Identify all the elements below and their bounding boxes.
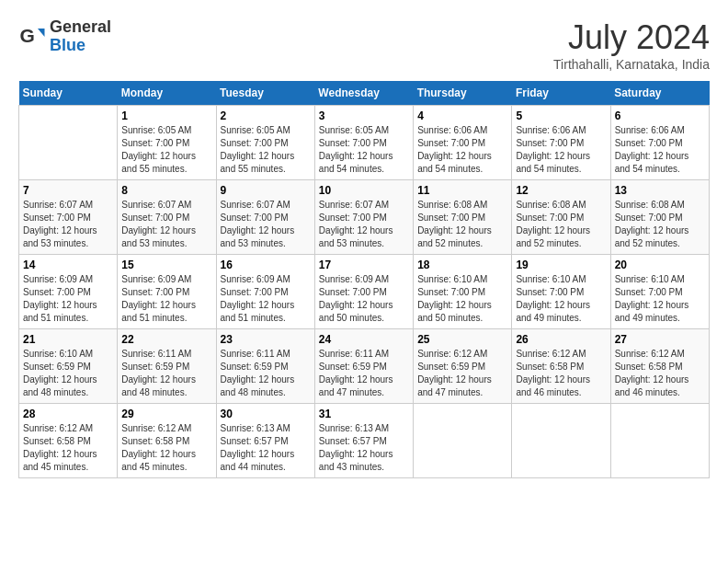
day-number: 21 xyxy=(23,333,113,346)
calendar-cell: 9Sunrise: 6:07 AM Sunset: 7:00 PM Daylig… xyxy=(216,180,314,255)
day-info: Sunrise: 6:11 AM Sunset: 6:59 PM Dayligh… xyxy=(121,348,211,399)
logo: G General Blue xyxy=(18,18,111,55)
calendar-cell xyxy=(610,404,709,478)
day-number: 15 xyxy=(121,259,211,271)
days-of-week-row: SundayMondayTuesdayWednesdayThursdayFrid… xyxy=(19,81,710,106)
calendar-cell: 11Sunrise: 6:08 AM Sunset: 7:00 PM Dayli… xyxy=(414,180,512,255)
day-number: 3 xyxy=(319,109,409,122)
day-number: 12 xyxy=(516,184,606,197)
day-number: 20 xyxy=(615,259,705,271)
calendar-body: 1Sunrise: 6:05 AM Sunset: 7:00 PM Daylig… xyxy=(19,106,710,478)
day-number: 5 xyxy=(516,109,606,122)
calendar-cell: 27Sunrise: 6:12 AM Sunset: 6:58 PM Dayli… xyxy=(610,329,709,404)
calendar-cell: 13Sunrise: 6:08 AM Sunset: 7:00 PM Dayli… xyxy=(610,180,709,255)
svg-text:G: G xyxy=(20,25,35,46)
day-number: 24 xyxy=(319,333,409,346)
day-number: 30 xyxy=(221,408,311,420)
calendar-cell: 14Sunrise: 6:09 AM Sunset: 7:00 PM Dayli… xyxy=(19,255,118,329)
logo-blue: Blue xyxy=(50,37,111,55)
day-number: 27 xyxy=(615,333,705,346)
day-info: Sunrise: 6:11 AM Sunset: 6:59 PM Dayligh… xyxy=(319,348,409,399)
day-info: Sunrise: 6:13 AM Sunset: 6:57 PM Dayligh… xyxy=(319,422,409,474)
day-info: Sunrise: 6:10 AM Sunset: 7:00 PM Dayligh… xyxy=(615,273,705,325)
logo-text: General Blue xyxy=(50,18,111,55)
day-of-week-saturday: Saturday xyxy=(610,81,709,106)
calendar-cell: 19Sunrise: 6:10 AM Sunset: 7:00 PM Dayli… xyxy=(512,255,610,329)
day-of-week-tuesday: Tuesday xyxy=(216,81,314,106)
page-header: G General Blue July 2024 Tirthahalli, Ka… xyxy=(18,18,710,72)
day-info: Sunrise: 6:07 AM Sunset: 7:00 PM Dayligh… xyxy=(319,199,409,250)
calendar-cell: 8Sunrise: 6:07 AM Sunset: 7:00 PM Daylig… xyxy=(118,180,216,255)
day-info: Sunrise: 6:12 AM Sunset: 6:58 PM Dayligh… xyxy=(615,348,705,399)
logo-general: General xyxy=(50,18,111,37)
day-of-week-friday: Friday xyxy=(512,81,610,106)
day-number: 23 xyxy=(221,333,311,346)
day-info: Sunrise: 6:07 AM Sunset: 7:00 PM Dayligh… xyxy=(221,199,311,250)
calendar-cell: 3Sunrise: 6:05 AM Sunset: 7:00 PM Daylig… xyxy=(314,106,413,180)
day-of-week-monday: Monday xyxy=(118,81,216,106)
day-number: 7 xyxy=(23,184,113,197)
day-info: Sunrise: 6:06 AM Sunset: 7:00 PM Dayligh… xyxy=(615,124,705,176)
calendar-cell: 10Sunrise: 6:07 AM Sunset: 7:00 PM Dayli… xyxy=(314,180,413,255)
day-info: Sunrise: 6:12 AM Sunset: 6:59 PM Dayligh… xyxy=(417,348,507,399)
day-info: Sunrise: 6:13 AM Sunset: 6:57 PM Dayligh… xyxy=(221,422,311,474)
calendar-cell xyxy=(512,404,610,478)
day-number: 22 xyxy=(121,333,211,346)
day-info: Sunrise: 6:08 AM Sunset: 7:00 PM Dayligh… xyxy=(615,199,705,250)
calendar-cell: 6Sunrise: 6:06 AM Sunset: 7:00 PM Daylig… xyxy=(610,106,709,180)
day-info: Sunrise: 6:12 AM Sunset: 6:58 PM Dayligh… xyxy=(23,422,113,474)
calendar-cell: 12Sunrise: 6:08 AM Sunset: 7:00 PM Dayli… xyxy=(512,180,610,255)
day-info: Sunrise: 6:09 AM Sunset: 7:00 PM Dayligh… xyxy=(23,273,113,325)
day-info: Sunrise: 6:09 AM Sunset: 7:00 PM Dayligh… xyxy=(319,273,409,325)
calendar-cell: 18Sunrise: 6:10 AM Sunset: 7:00 PM Dayli… xyxy=(414,255,512,329)
day-info: Sunrise: 6:10 AM Sunset: 7:00 PM Dayligh… xyxy=(417,273,507,325)
day-info: Sunrise: 6:08 AM Sunset: 7:00 PM Dayligh… xyxy=(516,199,606,250)
month-year: July 2024 xyxy=(553,18,710,57)
day-number: 8 xyxy=(121,184,211,197)
calendar-cell: 25Sunrise: 6:12 AM Sunset: 6:59 PM Dayli… xyxy=(414,329,512,404)
day-number: 2 xyxy=(221,109,311,122)
day-number: 11 xyxy=(417,184,507,197)
day-number: 31 xyxy=(319,408,409,420)
week-row-2: 7Sunrise: 6:07 AM Sunset: 7:00 PM Daylig… xyxy=(19,180,710,255)
day-number: 18 xyxy=(417,259,507,271)
day-info: Sunrise: 6:11 AM Sunset: 6:59 PM Dayligh… xyxy=(221,348,311,399)
svg-marker-1 xyxy=(38,29,45,37)
week-row-4: 21Sunrise: 6:10 AM Sunset: 6:59 PM Dayli… xyxy=(19,329,710,404)
calendar-cell xyxy=(414,404,512,478)
logo-icon: G xyxy=(18,23,46,51)
day-info: Sunrise: 6:10 AM Sunset: 6:59 PM Dayligh… xyxy=(23,348,113,399)
day-info: Sunrise: 6:12 AM Sunset: 6:58 PM Dayligh… xyxy=(516,348,606,399)
day-number: 14 xyxy=(23,259,113,271)
calendar-cell: 15Sunrise: 6:09 AM Sunset: 7:00 PM Dayli… xyxy=(118,255,216,329)
day-number: 1 xyxy=(121,109,211,122)
day-of-week-thursday: Thursday xyxy=(414,81,512,106)
day-number: 26 xyxy=(516,333,606,346)
calendar-cell: 28Sunrise: 6:12 AM Sunset: 6:58 PM Dayli… xyxy=(19,404,118,478)
calendar-cell: 20Sunrise: 6:10 AM Sunset: 7:00 PM Dayli… xyxy=(610,255,709,329)
calendar-cell: 7Sunrise: 6:07 AM Sunset: 7:00 PM Daylig… xyxy=(19,180,118,255)
calendar-cell: 4Sunrise: 6:06 AM Sunset: 7:00 PM Daylig… xyxy=(414,106,512,180)
calendar-cell: 30Sunrise: 6:13 AM Sunset: 6:57 PM Dayli… xyxy=(216,404,314,478)
day-number: 9 xyxy=(221,184,311,197)
calendar-table: SundayMondayTuesdayWednesdayThursdayFrid… xyxy=(18,81,710,478)
day-info: Sunrise: 6:09 AM Sunset: 7:00 PM Dayligh… xyxy=(121,273,211,325)
day-info: Sunrise: 6:07 AM Sunset: 7:00 PM Dayligh… xyxy=(23,199,113,250)
calendar-cell: 17Sunrise: 6:09 AM Sunset: 7:00 PM Dayli… xyxy=(314,255,413,329)
day-number: 4 xyxy=(417,109,507,122)
location: Tirthahalli, Karnataka, India xyxy=(553,57,710,72)
day-number: 29 xyxy=(121,408,211,420)
calendar-cell: 31Sunrise: 6:13 AM Sunset: 6:57 PM Dayli… xyxy=(314,404,413,478)
day-of-week-sunday: Sunday xyxy=(19,81,118,106)
day-info: Sunrise: 6:08 AM Sunset: 7:00 PM Dayligh… xyxy=(417,199,507,250)
calendar-cell: 23Sunrise: 6:11 AM Sunset: 6:59 PM Dayli… xyxy=(216,329,314,404)
day-info: Sunrise: 6:05 AM Sunset: 7:00 PM Dayligh… xyxy=(319,124,409,176)
week-row-3: 14Sunrise: 6:09 AM Sunset: 7:00 PM Dayli… xyxy=(19,255,710,329)
day-info: Sunrise: 6:07 AM Sunset: 7:00 PM Dayligh… xyxy=(121,199,211,250)
day-number: 28 xyxy=(23,408,113,420)
calendar-cell: 29Sunrise: 6:12 AM Sunset: 6:58 PM Dayli… xyxy=(118,404,216,478)
calendar-header: SundayMondayTuesdayWednesdayThursdayFrid… xyxy=(19,81,710,106)
day-info: Sunrise: 6:09 AM Sunset: 7:00 PM Dayligh… xyxy=(221,273,311,325)
day-number: 6 xyxy=(615,109,705,122)
week-row-5: 28Sunrise: 6:12 AM Sunset: 6:58 PM Dayli… xyxy=(19,404,710,478)
